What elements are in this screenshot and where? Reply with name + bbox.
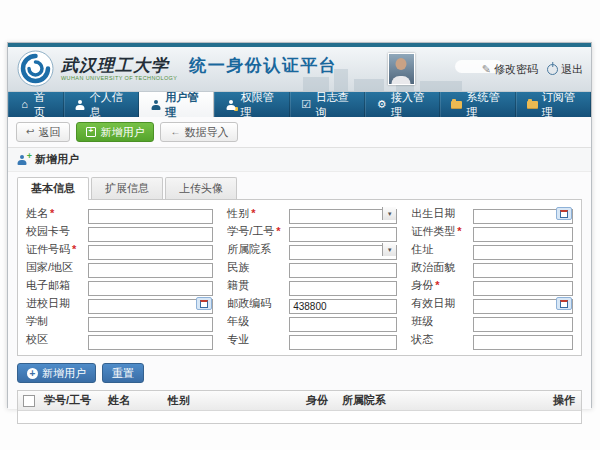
user-avatar[interactable] [388,53,415,85]
building-art [354,79,384,91]
field-input-6[interactable] [88,245,213,260]
required-asterisk: * [251,207,255,219]
field-input-16[interactable] [289,299,397,314]
field-input-wrap [289,224,397,239]
field-input-wrap [473,332,573,347]
field-input-wrap [88,314,213,329]
calendar-icon[interactable] [196,297,212,310]
field-input-wrap [473,296,573,311]
tab-0[interactable]: 基本信息 [17,177,89,200]
field-input-21[interactable] [88,335,213,350]
field-label: 学号/工号* [227,224,285,239]
nav-tab-label: 日志查询 [316,90,353,120]
field-input-wrap [473,260,573,275]
calendar-glyph [200,300,208,308]
folder-glyph [451,101,462,109]
field-input-14[interactable] [473,281,573,296]
form-field-15: 进校日期 [26,296,213,311]
field-label: 进校日期 [26,296,84,311]
calendar-glyph [560,300,568,308]
calendar-icon[interactable] [556,207,572,220]
field-label: 所属院系 [227,242,285,257]
field-input-wrap [88,206,213,221]
field-input-20[interactable] [473,317,573,332]
field-input-15[interactable] [88,299,213,314]
field-input-4[interactable] [289,227,397,242]
toolbar: ↩ 返回 新增用户 ← 数据导入 [8,117,591,148]
back-arrow-icon: ↩ [26,127,34,137]
required-asterisk: * [50,207,54,219]
form-field-19: 年级 [227,314,397,329]
field-input-23[interactable] [473,335,573,350]
nav-tab-7[interactable]: 订阅管理 [516,92,591,117]
form-field-6: 证件号码* [26,242,213,257]
add-user-submit-button[interactable]: + 新增用户 [17,363,96,383]
plus-icon: + [27,151,32,161]
data-import-button[interactable]: ← 数据导入 [160,122,238,142]
chevron-down-icon[interactable]: ▼ [382,207,396,220]
field-input-8[interactable] [473,245,573,260]
field-input-3[interactable] [88,227,213,242]
power-icon [547,64,558,75]
field-input-22[interactable] [289,335,397,350]
empty-row [18,411,581,423]
field-input-11[interactable] [473,263,573,278]
field-label: 证件号码* [26,242,84,257]
field-input-18[interactable] [88,317,213,332]
field-input-9[interactable] [88,263,213,278]
table-header-1: 姓名 [104,393,164,408]
field-input-19[interactable] [289,317,397,332]
nav-tab-label: 接入管理 [391,90,428,120]
form-field-18: 学制 [26,314,213,329]
form-tabs: 基本信息扩展信息上传头像 [17,177,582,200]
form-field-10: 民族 [227,260,397,275]
user-icon [150,100,161,110]
gear-icon: ⚙ [376,99,387,110]
field-input-wrap [88,224,213,239]
required-asterisk: * [276,225,280,237]
add-user-button-top[interactable]: 新增用户 [76,122,154,142]
nav-tab-5[interactable]: ⚙接入管理 [365,92,440,117]
user-key-icon [225,100,236,110]
field-label: 邮政编码 [227,296,285,311]
field-input-5[interactable] [473,227,573,242]
field-label: 民族 [227,260,285,275]
tab-2[interactable]: 上传头像 [165,177,237,199]
form-field-13: 籍贯 [227,278,397,293]
results-table-header: 学号/工号姓名性别身份所属院系操作 [18,391,581,411]
nav-tab-label: 系统管理 [466,90,503,120]
nav-tab-6[interactable]: 系统管理 [440,92,515,117]
nav-tab-3[interactable]: 权限管理 [214,92,289,117]
tab-1[interactable]: 扩展信息 [91,177,163,199]
nav-tab-2[interactable]: 用户管理 [139,92,214,117]
field-input-7[interactable] [289,245,397,260]
field-input-12[interactable] [88,281,213,296]
user-area: ✎ 修改密码 退出 [388,47,583,91]
add-user-top-label: 新增用户 [100,125,144,140]
required-asterisk: * [457,225,461,237]
change-password-link[interactable]: ✎ 修改密码 [482,62,538,77]
reset-button[interactable]: 重置 [102,363,144,383]
logout-link[interactable]: 退出 [547,62,583,77]
calendar-icon[interactable] [556,297,572,310]
back-button[interactable]: ↩ 返回 [16,122,70,142]
nav-tab-1[interactable]: 个人信息 [64,92,139,117]
field-input-13[interactable] [289,281,397,296]
field-input-0[interactable] [88,209,213,224]
nav-tab-4[interactable]: ☑日志查询 [290,92,365,117]
field-label: 住址 [411,242,469,257]
field-label: 年级 [227,314,285,329]
university-name-en: WUHAN UNIVERSITY OF TECHNOLOGY [61,75,177,81]
select-all-checkbox[interactable] [23,395,35,407]
nav-tab-0[interactable]: ⌂首页 [8,92,64,117]
field-input-wrap [289,314,397,329]
main-nav: ⌂首页个人信息用户管理权限管理☑日志查询⚙接入管理系统管理订阅管理 [8,92,591,117]
person-glyph [151,100,161,110]
chevron-down-icon[interactable]: ▼ [382,243,396,256]
field-input-1[interactable] [289,209,397,224]
field-input-10[interactable] [289,263,397,278]
table-header-5: 操作 [549,393,581,408]
circle-plus-icon: + [27,368,38,379]
form-field-3: 校园卡号 [26,224,213,239]
field-label: 专业 [227,332,285,347]
